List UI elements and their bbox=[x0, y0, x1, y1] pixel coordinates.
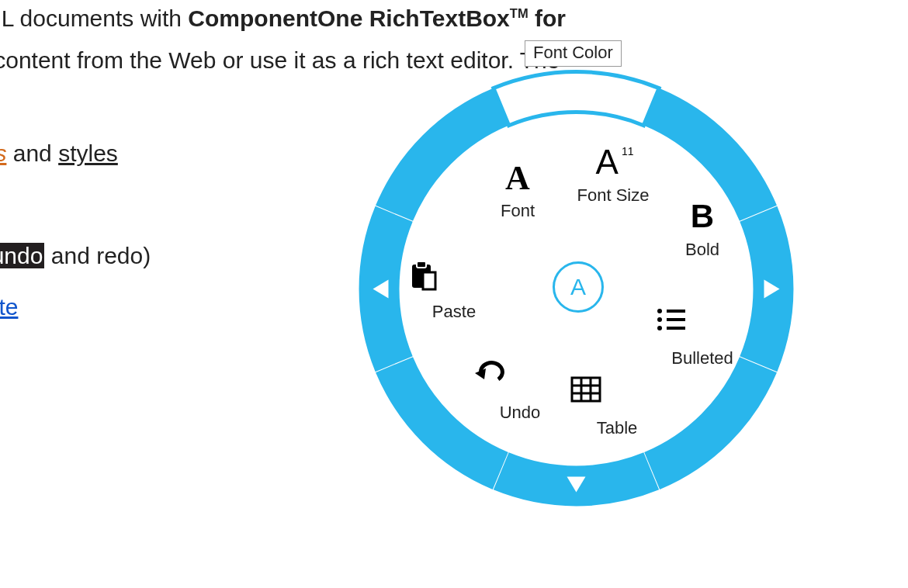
svg-rect-23 bbox=[423, 272, 435, 289]
table-icon bbox=[570, 376, 664, 413]
radial-item-undo[interactable]: Undo bbox=[473, 361, 567, 423]
svg-point-13 bbox=[657, 326, 662, 330]
radial-item-font[interactable]: A Font bbox=[471, 159, 564, 221]
radial-item-table[interactable]: Table bbox=[570, 376, 664, 438]
radial-item-bulleted[interactable]: Bulleted bbox=[656, 306, 749, 368]
radial-item-label: Table bbox=[570, 418, 664, 438]
hyperlink[interactable]: ne website bbox=[0, 294, 18, 320]
radial-item-label: Paste bbox=[407, 302, 501, 322]
radial-item-paste[interactable]: Paste bbox=[407, 260, 501, 322]
radial-center-button[interactable]: A bbox=[553, 261, 604, 313]
styled-text: styles bbox=[58, 140, 118, 166]
radial-item-label: Font Size bbox=[567, 185, 660, 206]
svg-rect-12 bbox=[667, 318, 685, 321]
radial-item-label: Bulleted bbox=[656, 348, 749, 368]
paste-icon bbox=[407, 260, 501, 297]
bold-icon: B bbox=[656, 198, 749, 235]
font-size-icon: A11 bbox=[567, 144, 660, 181]
radial-item-label: Undo bbox=[473, 403, 567, 423]
radial-menu: A Font A11 Font Size B Bold Bulleted bbox=[345, 58, 807, 520]
svg-rect-10 bbox=[667, 310, 685, 313]
svg-rect-15 bbox=[572, 378, 600, 401]
radial-item-font-size[interactable]: A11 Font Size bbox=[567, 144, 660, 206]
svg-point-11 bbox=[657, 317, 662, 322]
svg-rect-14 bbox=[667, 327, 685, 330]
radial-item-label: Font bbox=[471, 201, 564, 221]
doc-text: for bbox=[529, 5, 566, 31]
font-icon: A bbox=[471, 159, 564, 196]
doc-text: and bbox=[6, 140, 58, 166]
bulleted-list-icon bbox=[656, 306, 749, 344]
svg-point-9 bbox=[657, 309, 662, 313]
product-name: ComponentOne RichTextBox bbox=[188, 5, 509, 31]
doc-text: t as HTML documents with bbox=[0, 5, 188, 31]
trademark: TM bbox=[510, 6, 529, 20]
radial-item-label: Bold bbox=[656, 240, 749, 260]
undo-icon bbox=[473, 361, 567, 398]
tooltip: Font Color bbox=[525, 40, 622, 67]
radial-item-bold[interactable]: B Bold bbox=[656, 198, 749, 260]
svg-rect-22 bbox=[417, 261, 426, 268]
doc-text: and redo) bbox=[44, 243, 151, 268]
radial-center-label: A bbox=[570, 274, 586, 300]
highlighted-text: undo bbox=[0, 243, 44, 268]
